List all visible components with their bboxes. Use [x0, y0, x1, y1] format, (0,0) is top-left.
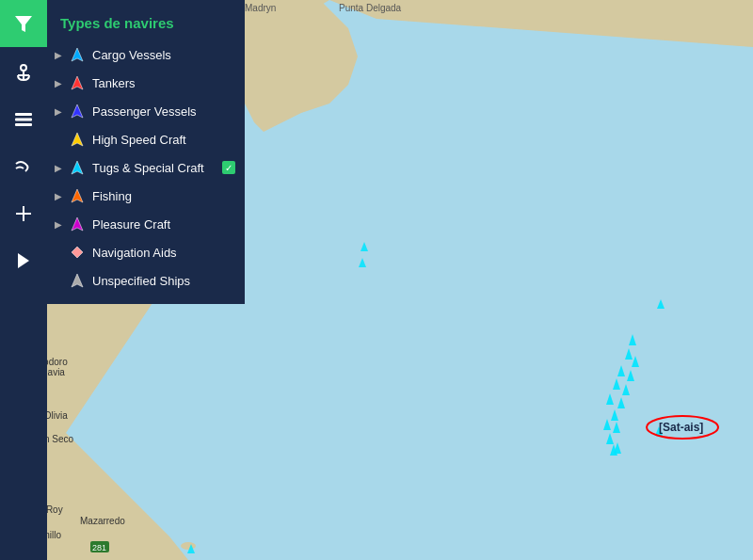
- menu-label-highspeed: High Speed Craft: [92, 133, 235, 147]
- menu-item-tankers[interactable]: ▶ Tankers: [47, 69, 245, 97]
- ship-icon-tugs: [68, 158, 87, 177]
- arrow-pleasure: ▶: [55, 219, 64, 230]
- svg-marker-52: [72, 189, 83, 202]
- svg-marker-55: [72, 274, 83, 287]
- sidebar-btn-anchor[interactable]: [0, 49, 47, 96]
- menu-label-tugs: Tugs & Special Craft: [92, 161, 222, 175]
- ship-icon-highspeed: [68, 130, 87, 149]
- menu-items-container: ▶ Cargo Vessels▶ Tankers▶ Passenger Vess…: [47, 40, 245, 295]
- svg-marker-46: [18, 253, 29, 268]
- dropdown-title: Types de navires: [47, 9, 245, 40]
- ship-icon-cargo: [68, 45, 87, 64]
- svg-marker-53: [72, 217, 83, 231]
- filter-icon: [13, 13, 34, 34]
- arrow-passenger: ▶: [55, 106, 64, 117]
- sidebar: [0, 0, 47, 560]
- menu-item-pleasure[interactable]: ▶ Pleasure Craft: [47, 210, 245, 238]
- svg-text:281: 281: [92, 543, 106, 552]
- ship-icon-passenger: [68, 102, 87, 120]
- menu-item-unspecified[interactable]: Unspecified Ships: [47, 266, 245, 295]
- menu-label-navaid: Navigation Aids: [92, 246, 235, 260]
- svg-rect-42: [15, 119, 32, 121]
- svg-marker-49: [72, 104, 83, 118]
- menu-item-navaid[interactable]: Navigation Aids: [47, 238, 245, 266]
- wind-icon: [13, 156, 34, 177]
- dropdown-panel: Types de navires ▶ Cargo Vessels▶ Tanker…: [47, 0, 245, 304]
- layers-icon: [13, 111, 34, 128]
- sidebar-btn-play[interactable]: [0, 237, 47, 284]
- menu-label-tankers: Tankers: [92, 76, 235, 90]
- arrow-cargo: ▶: [55, 50, 64, 60]
- svg-rect-43: [15, 123, 32, 126]
- svg-text:Punta Delgada: Punta Delgada: [339, 3, 402, 13]
- arrow-tugs: ▶: [55, 163, 64, 173]
- sidebar-btn-filter[interactable]: [0, 0, 47, 47]
- arrow-tankers: ▶: [55, 78, 64, 88]
- svg-marker-37: [15, 16, 32, 32]
- svg-marker-50: [72, 133, 83, 146]
- svg-point-38: [21, 65, 26, 71]
- menu-label-unspecified: Unspecified Ships: [92, 274, 235, 288]
- svg-marker-51: [72, 161, 83, 174]
- sidebar-btn-tools[interactable]: [0, 190, 47, 237]
- svg-point-1: [181, 542, 196, 550]
- ship-icon-navaid: [68, 243, 87, 262]
- svg-text:Madryn: Madryn: [245, 3, 276, 13]
- play-icon: [15, 251, 32, 270]
- menu-label-passenger: Passenger Vessels: [92, 104, 235, 119]
- svg-text:[Sat-ais]: [Sat-ais]: [659, 421, 703, 434]
- menu-item-fishing[interactable]: ▶ Fishing: [47, 182, 245, 210]
- menu-label-cargo: Cargo Vessels: [92, 48, 235, 62]
- menu-item-cargo[interactable]: ▶ Cargo Vessels: [47, 40, 245, 69]
- svg-marker-47: [72, 48, 83, 61]
- arrow-fishing: ▶: [55, 191, 64, 201]
- menu-item-passenger[interactable]: ▶ Passenger Vessels: [47, 97, 245, 125]
- tools-icon: [13, 203, 34, 224]
- ship-icon-fishing: [68, 186, 87, 205]
- ship-icon-tankers: [68, 73, 87, 92]
- anchor-icon: [13, 62, 34, 83]
- menu-item-tugs[interactable]: ▶ Tugs & Special Craft✓: [47, 153, 245, 182]
- menu-label-fishing: Fishing: [92, 189, 235, 203]
- menu-item-highspeed[interactable]: High Speed Craft: [47, 125, 245, 153]
- sidebar-btn-layers[interactable]: [0, 96, 47, 143]
- ship-icon-unspecified: [68, 271, 87, 290]
- svg-marker-54: [72, 247, 83, 258]
- ship-icon-pleasure: [68, 215, 87, 233]
- checkbox-tugs[interactable]: ✓: [222, 161, 235, 174]
- svg-text:Mazarredo: Mazarredo: [80, 516, 125, 526]
- sidebar-btn-wind[interactable]: [0, 143, 47, 190]
- svg-marker-48: [72, 76, 83, 89]
- menu-label-pleasure: Pleasure Craft: [92, 217, 235, 232]
- svg-rect-41: [15, 113, 32, 116]
